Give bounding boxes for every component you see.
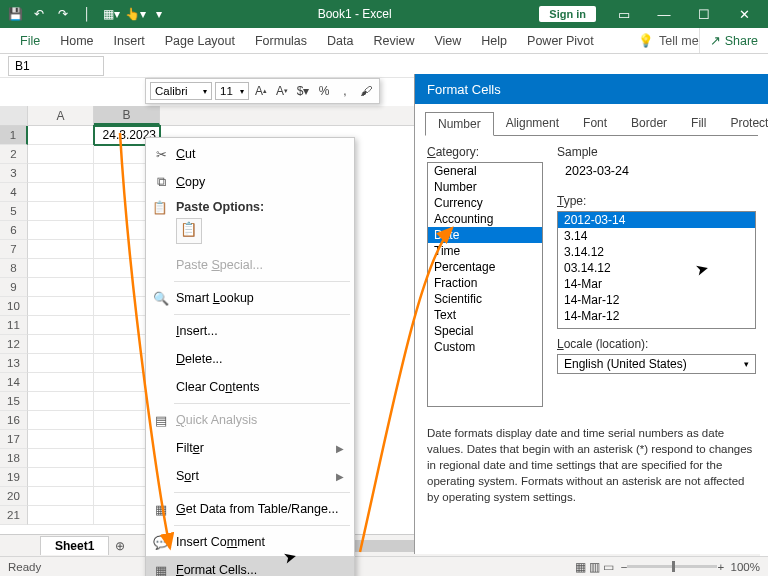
cell[interactable] <box>28 335 94 354</box>
sign-in-button[interactable]: Sign in <box>539 6 596 22</box>
zoom-value[interactable]: 100% <box>731 561 760 573</box>
type-item[interactable]: 14-Mar-12 <box>558 308 755 324</box>
ribbon-display-icon[interactable]: ▭ <box>604 0 644 28</box>
locale-select[interactable]: English (United States)▾ <box>557 354 756 374</box>
sheet-tab-1[interactable]: Sheet1 <box>40 536 109 555</box>
row-header[interactable]: 10 <box>0 297 28 316</box>
category-item[interactable]: Custom <box>428 339 542 355</box>
row-header[interactable]: 3 <box>0 164 28 183</box>
row-header[interactable]: 15 <box>0 392 28 411</box>
cell[interactable] <box>28 449 94 468</box>
tab-insert[interactable]: Insert <box>104 28 155 54</box>
dlg-tab-border[interactable]: Border <box>619 112 679 136</box>
category-item[interactable]: General <box>428 163 542 179</box>
ctx-insert-comment[interactable]: 💬Insert Comment <box>146 528 354 556</box>
type-item[interactable]: 3.14 <box>558 228 755 244</box>
row-header[interactable]: 13 <box>0 354 28 373</box>
type-item[interactable]: 14-Mar <box>558 276 755 292</box>
close-icon[interactable]: ✕ <box>724 0 764 28</box>
row-header[interactable]: 18 <box>0 449 28 468</box>
row-header[interactable]: 20 <box>0 487 28 506</box>
name-box[interactable]: B1 <box>8 56 104 76</box>
view-break-icon[interactable]: ▭ <box>603 560 614 574</box>
cell[interactable] <box>28 506 94 525</box>
row-header[interactable]: 19 <box>0 468 28 487</box>
tab-power-pivot[interactable]: Power Pivot <box>517 28 604 54</box>
ctx-cut[interactable]: ✂Cut <box>146 140 354 168</box>
type-item[interactable]: 14-Mar-12 <box>558 292 755 308</box>
ctx-filter[interactable]: Filter▶ <box>146 434 354 462</box>
row-header[interactable]: 16 <box>0 411 28 430</box>
tab-view[interactable]: View <box>424 28 471 54</box>
cell[interactable] <box>28 392 94 411</box>
category-item[interactable]: Scientific <box>428 291 542 307</box>
row-header[interactable]: 9 <box>0 278 28 297</box>
row-header[interactable]: 4 <box>0 183 28 202</box>
category-item[interactable]: Number <box>428 179 542 195</box>
cell[interactable] <box>28 164 94 183</box>
tab-data[interactable]: Data <box>317 28 363 54</box>
select-all-corner[interactable] <box>0 106 28 125</box>
cell[interactable] <box>28 278 94 297</box>
category-item[interactable]: Fraction <box>428 275 542 291</box>
type-item[interactable]: 3.14.12 <box>558 244 755 260</box>
cell[interactable] <box>28 126 94 145</box>
cell[interactable] <box>28 373 94 392</box>
row-header[interactable]: 1 <box>0 126 28 145</box>
cell[interactable] <box>28 411 94 430</box>
cell[interactable] <box>28 316 94 335</box>
tab-formulas[interactable]: Formulas <box>245 28 317 54</box>
undo-icon[interactable]: ↶ <box>28 3 50 25</box>
view-page-icon[interactable]: ▥ <box>589 560 600 574</box>
category-item[interactable]: Date <box>428 227 542 243</box>
row-header[interactable]: 2 <box>0 145 28 164</box>
font-size-select[interactable]: 11▾ <box>215 82 249 100</box>
category-item[interactable]: Time <box>428 243 542 259</box>
category-item[interactable]: Currency <box>428 195 542 211</box>
cell[interactable] <box>28 354 94 373</box>
type-item[interactable]: 03.14.12 <box>558 260 755 276</box>
row-header[interactable]: 11 <box>0 316 28 335</box>
tell-me[interactable]: 💡Tell me <box>638 33 699 48</box>
dlg-tab-font[interactable]: Font <box>571 112 619 136</box>
cell[interactable] <box>28 487 94 506</box>
category-list[interactable]: GeneralNumberCurrencyAccountingDateTimeP… <box>427 162 543 407</box>
save-icon[interactable]: 💾 <box>4 3 26 25</box>
type-item[interactable]: 2012-03-14 <box>558 212 755 228</box>
maximize-icon[interactable]: ☐ <box>684 0 724 28</box>
row-header[interactable]: 21 <box>0 506 28 525</box>
type-list[interactable]: 2012-03-143.143.14.1203.14.1214-Mar14-Ma… <box>557 211 756 329</box>
category-item[interactable]: Percentage <box>428 259 542 275</box>
ctx-copy[interactable]: ⧉Copy <box>146 168 354 196</box>
ctx-get-data[interactable]: ▦Get Data from Table/Range... <box>146 495 354 523</box>
row-header[interactable]: 17 <box>0 430 28 449</box>
paste-option-1-icon[interactable] <box>176 218 202 244</box>
ctx-clear-contents[interactable]: Clear Contents <box>146 373 354 401</box>
tab-home[interactable]: Home <box>50 28 103 54</box>
dlg-tab-protection[interactable]: Protection <box>718 112 768 136</box>
row-header[interactable]: 14 <box>0 373 28 392</box>
zoom-out-icon[interactable]: − <box>621 561 628 573</box>
row-header[interactable]: 7 <box>0 240 28 259</box>
cell[interactable] <box>28 202 94 221</box>
row-header[interactable]: 6 <box>0 221 28 240</box>
minimize-icon[interactable]: — <box>644 0 684 28</box>
dlg-tab-fill[interactable]: Fill <box>679 112 718 136</box>
cell[interactable] <box>28 145 94 164</box>
col-header-b[interactable]: B <box>94 106 160 125</box>
ctx-insert[interactable]: Insert... <box>146 317 354 345</box>
col-header-a[interactable]: A <box>28 106 94 125</box>
row-header[interactable]: 5 <box>0 202 28 221</box>
cell[interactable] <box>28 468 94 487</box>
comma-icon[interactable]: , <box>336 82 354 100</box>
zoom-in-icon[interactable]: + <box>717 561 724 573</box>
tab-help[interactable]: Help <box>471 28 517 54</box>
decrease-font-icon[interactable]: A▾ <box>273 82 291 100</box>
ctx-smart-lookup[interactable]: 🔍Smart Lookup <box>146 284 354 312</box>
row-header[interactable]: 12 <box>0 335 28 354</box>
cell[interactable] <box>28 259 94 278</box>
cell[interactable] <box>28 297 94 316</box>
cell[interactable] <box>28 240 94 259</box>
tab-file[interactable]: File <box>10 28 50 54</box>
ctx-format-cells[interactable]: ▦Format Cells... <box>146 556 354 576</box>
